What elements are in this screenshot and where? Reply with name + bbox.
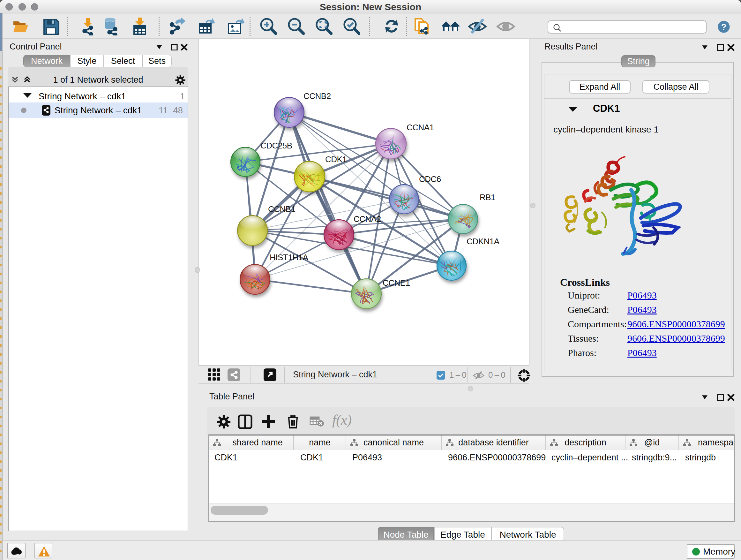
svg-text:CDK1: CDK1 — [325, 154, 347, 164]
svg-text:?: ? — [721, 22, 727, 32]
svg-text:CDC25B: CDC25B — [260, 141, 292, 150]
svg-text:CCNE1: CCNE1 — [383, 278, 410, 288]
svg-text:RB1: RB1 — [480, 192, 495, 202]
svg-text:CDC6: CDC6 — [419, 174, 441, 184]
svg-text:CCNA1: CCNA1 — [407, 123, 434, 132]
svg-text:CCNA2: CCNA2 — [354, 214, 381, 224]
svg-text:HIST1H1A: HIST1H1A — [270, 253, 308, 262]
svg-text:CDKN1A: CDKN1A — [467, 237, 500, 246]
svg-text:CCNB2: CCNB2 — [304, 91, 331, 101]
svg-text:CCNB1: CCNB1 — [268, 204, 295, 214]
